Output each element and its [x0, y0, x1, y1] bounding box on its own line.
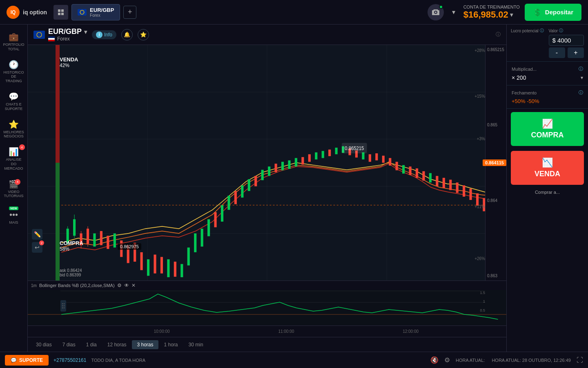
info-chip[interactable]: i Info	[92, 30, 116, 39]
bid-label: bid 0.86399	[60, 273, 82, 277]
venda-btn-wrap: 📉 VENDA	[507, 149, 588, 186]
indicator-handle[interactable]	[60, 300, 66, 312]
pct-28: +28%	[474, 48, 485, 53]
chats-icon: 💬	[9, 92, 19, 101]
svg-rect-64	[295, 158, 297, 166]
deposit-button[interactable]: 💲 Depositar	[525, 4, 581, 21]
period-30m[interactable]: 30 min	[184, 340, 208, 349]
compra-trend-icon: 📈	[542, 119, 553, 129]
time-label-3: 12:00:00	[403, 329, 419, 334]
chart-canvas[interactable]: VENDA 42% COMPRA 58% ask 0.86424 bid 0.8…	[28, 45, 506, 280]
sell-buy-sidebar	[56, 45, 60, 280]
tool-undo[interactable]: ↩2	[32, 242, 42, 253]
fechamento-label: Fechamento	[512, 90, 537, 95]
period-1h[interactable]: 1 hora	[159, 340, 183, 349]
fechamento-info-icon[interactable]: ⓘ	[579, 90, 583, 96]
svg-rect-66	[308, 154, 311, 162]
svg-rect-75	[369, 154, 371, 162]
svg-text:0.865215: 0.865215	[345, 145, 364, 151]
fullscreen-btn[interactable]: ⛶	[577, 357, 583, 364]
valor-minus-btn[interactable]: -	[549, 47, 565, 58]
sidebar-item-mais[interactable]: NEW ••• MAIS	[2, 203, 26, 228]
balance-chevron: ▾	[510, 11, 513, 18]
topbar-right: ▾ CONTA DE TREINAMENTO $16,985.02 ▾ 💲 De…	[428, 4, 588, 21]
sidebar-item-analise[interactable]: 📊 ANALISE DO MERCADO 4	[2, 144, 26, 174]
sidebar-item-chats[interactable]: 💬 CHATS E SUPORTE	[2, 88, 26, 114]
svg-rect-44	[160, 257, 163, 273]
svg-rect-36	[107, 236, 109, 249]
sidebar-item-melhores[interactable]: ⭐ MELHORES NEGÓCIOS	[2, 116, 26, 142]
lucro-info-icon[interactable]: ⓘ	[540, 28, 544, 34]
sidebar-item-portfolio[interactable]: 💼 PORTFOLIO TOTAL	[2, 29, 26, 55]
indicator-eye-btn[interactable]: 👁	[124, 283, 129, 288]
period-1d[interactable]: 1 dia	[81, 340, 102, 349]
svg-rect-101	[64, 305, 65, 306]
period-12h[interactable]: 12 horas	[102, 340, 131, 349]
ask-label: ask 0.86424	[60, 268, 82, 273]
svg-rect-103	[64, 307, 65, 308]
indicator-close-btn[interactable]: ✕	[131, 283, 136, 288]
logo[interactable]: IQ iq option	[0, 6, 53, 19]
valor-plus-btn[interactable]: +	[568, 47, 584, 58]
settings-btn[interactable]: ⚙	[444, 356, 450, 364]
sidebar-label-analise: ANALISE DO MERCADO	[4, 157, 24, 171]
grid-button[interactable]	[53, 5, 68, 20]
time-label-2: 11:00:00	[278, 329, 294, 334]
venda-pct: 42%	[60, 63, 78, 68]
sidebar-item-video[interactable]: 🎬 4 VIDEO TUTORIAIS	[2, 176, 26, 202]
svg-rect-37	[114, 233, 116, 248]
asset-tab-info: EUR/GBP Forex	[90, 7, 114, 18]
info-icon: i	[96, 31, 102, 38]
notification-button[interactable]: 🔔	[121, 29, 133, 40]
svg-rect-74	[362, 153, 364, 159]
sidebar-label-chats: CHATS E SUPORTE	[4, 102, 24, 111]
favorite-button[interactable]: ⭐	[138, 29, 149, 40]
valor-info-icon[interactable]: ⓘ	[559, 28, 563, 34]
svg-point-8	[80, 12, 81, 13]
todo-dia-label: TODO DIA, A TODA HORA	[91, 358, 145, 363]
period-3h[interactable]: 3 horas	[132, 340, 158, 349]
compra-button[interactable]: 📈 COMPRA	[511, 112, 584, 146]
chart-tools: ✏️	[32, 229, 42, 240]
venda-overlay: VENDA 42%	[60, 56, 78, 68]
chart-svg: 0.865215	[28, 45, 506, 280]
svg-rect-88	[456, 182, 459, 193]
asset-tab[interactable]: EUR/GBP Forex	[71, 4, 120, 20]
camera-button[interactable]	[428, 4, 444, 20]
chart-tools-2: ↩2	[32, 242, 42, 253]
account-dropdown-chevron[interactable]: ▾	[449, 7, 459, 17]
svg-rect-54	[227, 196, 230, 210]
comprar-a-link[interactable]: Comprar a...	[507, 186, 588, 198]
period-7d[interactable]: 7 dias	[58, 340, 80, 349]
svg-rect-46	[174, 262, 176, 277]
add-tab-button[interactable]: +	[123, 6, 136, 19]
period-indicator: 1m	[31, 283, 37, 288]
multiplier-chevron[interactable]: ▾	[581, 75, 583, 81]
phone-number: +27875502161	[53, 357, 86, 363]
indicator-settings-btn[interactable]: ⚙	[117, 283, 122, 288]
asset-name-chevron: ▾	[84, 29, 87, 35]
lucro-section: Lucro potencial ⓘ	[511, 28, 546, 58]
sidebar-item-historico[interactable]: 🕐 HISTORICO DE TRADING	[2, 56, 26, 87]
compra-label: COMPRA	[60, 240, 83, 246]
lucro-label-wrap: Lucro potencial ⓘ	[511, 28, 546, 34]
sound-toggle-btn[interactable]: 🔇	[430, 356, 439, 364]
current-time-value: HORA ATUAL: 28 OUTUBRO, 12:26:49	[492, 358, 571, 363]
chart-info-icon[interactable]: ⓘ	[496, 31, 501, 38]
svg-rect-17	[48, 38, 55, 40]
svg-rect-82	[416, 168, 418, 178]
sidebar-label-historico: HISTORICO DE TRADING	[4, 70, 24, 83]
svg-rect-98	[62, 303, 63, 304]
tool-pencil[interactable]: ✏️	[32, 229, 42, 240]
sidebar-label-video: VIDEO TUTORIAIS	[4, 190, 24, 199]
svg-rect-89	[463, 185, 465, 197]
suporte-button[interactable]: 💬 SUPORTE	[5, 355, 49, 366]
venda-button[interactable]: 📉 VENDA	[511, 151, 584, 185]
svg-rect-47	[180, 264, 183, 277]
left-sidebar: 💼 PORTFOLIO TOTAL 🕐 HISTORICO DE TRADING…	[0, 25, 28, 352]
portfolio-icon: 💼	[9, 32, 19, 42]
account-label: CONTA DE TREINAMENTO	[463, 4, 520, 9]
period-30d[interactable]: 30 dias	[31, 340, 57, 349]
undo-badge: 2	[39, 240, 44, 245]
multiplier-info-icon[interactable]: ⓘ	[579, 66, 583, 72]
